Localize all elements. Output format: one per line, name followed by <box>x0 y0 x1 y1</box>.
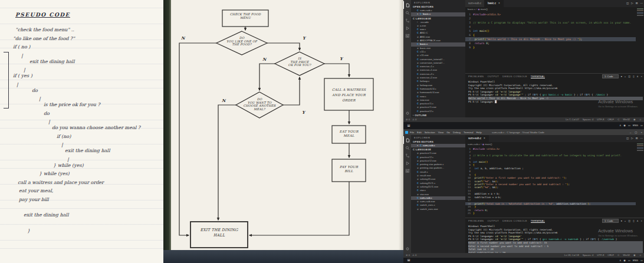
close-panel-icon[interactable]: × <box>641 75 642 78</box>
tab-debug-console[interactable]: DEBUG CONSOLE <box>502 75 527 78</box>
gear-icon[interactable] <box>403 245 411 252</box>
minimize-icon[interactable]: – <box>630 131 631 134</box>
terminal-selector[interactable]: 1: Code <box>602 219 619 223</box>
close-icon[interactable]: × <box>640 131 642 134</box>
encoding[interactable]: UTF-8 <box>597 254 604 257</box>
eol[interactable]: CRLF <box>607 118 614 121</box>
gear-icon[interactable] <box>403 109 411 117</box>
debug-icon[interactable] <box>403 24 411 32</box>
kill-terminal-icon[interactable]: ▯ <box>633 75 634 78</box>
platform[interactable]: Win32 <box>623 118 630 121</box>
tab-sum-sub[interactable]: sum+sub.c× <box>465 135 489 142</box>
tray-expand-icon[interactable]: ∧ <box>619 124 621 127</box>
layout-icon[interactable]: ⊞ <box>636 2 638 5</box>
new-terminal-icon[interactable]: + <box>625 219 626 222</box>
warnings-indicator[interactable]: ⚠ 0 <box>412 118 416 121</box>
tab-basic[interactable]: basic.c× <box>485 0 504 7</box>
debug-icon[interactable] <box>403 159 411 167</box>
split-terminal-icon[interactable]: ◫ <box>628 219 630 222</box>
split-terminal-icon[interactable]: ◫ <box>628 75 630 78</box>
encoding[interactable]: UTF-8 <box>597 118 604 121</box>
split-editor-icon[interactable]: ◫ <box>626 137 629 140</box>
section-folder[interactable]: C LANGUAGE <box>411 147 465 152</box>
bell-icon[interactable]: ◉ <box>633 118 636 121</box>
terminal-selector[interactable]: 1: Code <box>602 74 619 78</box>
tab-output[interactable]: OUTPUT <box>487 75 499 78</box>
menu-view[interactable]: View <box>438 131 443 134</box>
search-icon[interactable] <box>403 144 411 152</box>
section-folder[interactable]: C LANGUAGE <box>411 17 465 21</box>
run-file-icon[interactable]: ▷ <box>631 137 633 140</box>
volume-icon[interactable]: ◉ <box>623 259 626 262</box>
menu-help[interactable]: Help <box>477 131 482 134</box>
network-icon[interactable]: ▭ <box>628 259 630 262</box>
indentation[interactable]: Spaces: 4 <box>583 254 594 257</box>
code-editor[interactable]: 1#include<stdio.h>2 3// Write a C progra… <box>465 12 636 50</box>
kill-terminal-icon[interactable]: ▯ <box>633 219 634 222</box>
source-control-icon[interactable] <box>403 152 411 159</box>
minimap[interactable] <box>637 143 643 167</box>
menu-file[interactable]: File <box>410 131 414 134</box>
maximize-panel-icon[interactable]: ∧ <box>636 75 638 78</box>
search-icon[interactable] <box>403 9 411 17</box>
more-actions-icon[interactable]: ⋯ <box>640 137 643 140</box>
close-tab-icon[interactable]: × <box>484 137 485 140</box>
extensions-icon[interactable] <box>403 167 411 175</box>
chevron-down-icon[interactable]: ▾ <box>621 75 622 78</box>
tab-terminal[interactable]: TERMINAL <box>531 219 545 223</box>
tab-sum-sub[interactable]: sum+sub.c <box>465 0 485 7</box>
more-actions-icon[interactable]: ⋯ <box>640 2 643 5</box>
explorer-icon[interactable] <box>403 136 411 144</box>
minimap[interactable] <box>637 8 643 35</box>
breadcrumb[interactable]: basic.c › ◈ main() <box>468 7 644 12</box>
tray-expand-icon[interactable]: ∧ <box>619 259 621 262</box>
section-open-editors[interactable]: OPEN EDITORS <box>411 140 465 144</box>
menu-debug[interactable]: Debug <box>453 131 461 134</box>
bell-icon[interactable]: ◉ <box>633 254 636 257</box>
cursor-position[interactable]: Ln 18, Col 18 <box>564 254 579 257</box>
indentation[interactable]: Spaces: 4 <box>583 118 594 121</box>
section-open-editors[interactable]: OPEN EDITORS <box>411 5 465 9</box>
extensions-icon[interactable] <box>403 32 411 40</box>
split-editor-icon[interactable]: ◫ <box>626 2 629 5</box>
tab-output[interactable]: OUTPUT <box>487 219 499 222</box>
platform[interactable]: Win32 <box>623 254 630 257</box>
tab-problems[interactable]: PROBLEMS <box>468 219 484 222</box>
code-editor[interactable]: 1#include <stdio.h>2 3// Write a C progr… <box>465 147 636 215</box>
new-terminal-icon[interactable]: + <box>625 75 626 78</box>
chevron-down-icon[interactable]: ▾ <box>621 219 622 222</box>
explorer-icon[interactable] <box>403 1 411 9</box>
errors-indicator[interactable]: ⊘ 0 <box>406 118 410 121</box>
notification-icon[interactable]: ▭ <box>640 124 643 127</box>
feedback-icon[interactable]: ☺ <box>639 254 642 257</box>
tab-debug-console[interactable]: DEBUG CONSOLE <box>502 219 527 222</box>
menu-edit[interactable]: Edit <box>417 131 422 134</box>
breadcrumb[interactable]: sum+sub.c › ◈ main() <box>468 142 644 147</box>
menu-go[interactable]: Go <box>446 131 450 134</box>
network-icon[interactable]: ▭ <box>628 124 630 127</box>
section-outline[interactable]: › OUTLINE <box>411 113 465 117</box>
feedback-icon[interactable]: ☺ <box>639 118 642 121</box>
errors-indicator[interactable]: ⊘ 0 <box>406 254 410 257</box>
title-bar[interactable]: FileEditSelectionViewGoDebugTerminalHelp… <box>403 129 644 135</box>
menu-selection[interactable]: Selection <box>425 131 435 134</box>
cursor-position[interactable]: Ln 7, Col 47 <box>566 118 579 121</box>
start-button[interactable]: ⊞ <box>405 258 413 263</box>
notification-icon[interactable]: ▭ <box>640 259 643 262</box>
close-tab-icon[interactable]: × <box>498 2 500 5</box>
file-item[interactable]: ◈ switch_exrs.exe <box>411 208 465 211</box>
volume-icon[interactable]: ◉ <box>623 124 626 127</box>
maximize-icon[interactable]: ▢ <box>635 131 637 134</box>
language-indicator[interactable]: ENG <box>633 124 638 127</box>
source-control-icon[interactable] <box>403 17 411 24</box>
layout-icon[interactable]: ⊞ <box>636 137 638 140</box>
start-button[interactable]: ⊞ <box>405 122 413 129</box>
language-mode[interactable]: C <box>617 254 619 257</box>
run-file-icon[interactable]: ▷ <box>631 2 633 5</box>
warnings-indicator[interactable]: ⚠ 0 <box>412 254 416 257</box>
tab-problems[interactable]: PROBLEMS <box>468 75 484 78</box>
language-mode[interactable]: C <box>617 118 619 121</box>
menu-terminal[interactable]: Terminal <box>464 131 474 134</box>
tab-terminal[interactable]: TERMINAL <box>531 75 545 78</box>
eol[interactable]: CRLF <box>607 254 614 257</box>
